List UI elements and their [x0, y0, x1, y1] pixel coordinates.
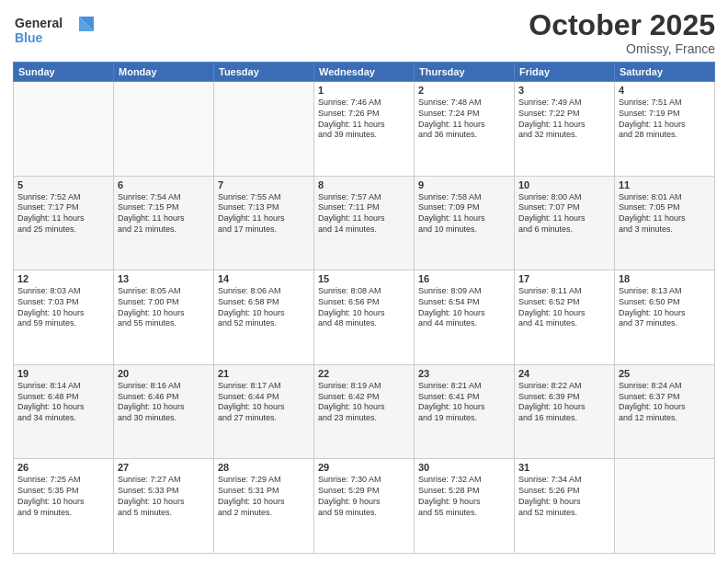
calendar-cell — [214, 82, 314, 177]
calendar-cell: 25Sunrise: 8:24 AMSunset: 6:37 PMDayligh… — [615, 364, 715, 459]
day-number: 4 — [619, 85, 711, 96]
day-info: Sunrise: 8:16 AMSunset: 6:46 PMDaylight:… — [118, 381, 210, 424]
calendar-cell: 17Sunrise: 8:11 AMSunset: 6:52 PMDayligh… — [515, 270, 615, 365]
day-info: Sunrise: 8:22 AMSunset: 6:39 PMDaylight:… — [518, 381, 610, 424]
day-info: Sunrise: 8:06 AMSunset: 6:58 PMDaylight:… — [218, 286, 310, 329]
title-area: October 2025 Omissy, France — [529, 9, 715, 56]
day-number: 30 — [418, 462, 510, 473]
calendar-cell: 7Sunrise: 7:55 AMSunset: 7:13 PMDaylight… — [214, 176, 314, 270]
day-number: 7 — [218, 179, 310, 190]
day-info: Sunrise: 7:55 AMSunset: 7:13 PMDaylight:… — [218, 192, 310, 236]
day-info: Sunrise: 8:21 AMSunset: 6:41 PMDaylight:… — [418, 381, 510, 424]
day-info: Sunrise: 8:14 AMSunset: 6:48 PMDaylight:… — [17, 381, 109, 424]
calendar-cell: 12Sunrise: 8:03 AMSunset: 7:03 PMDayligh… — [14, 270, 114, 365]
calendar-cell: 20Sunrise: 8:16 AMSunset: 6:46 PMDayligh… — [114, 364, 214, 459]
day-info: Sunrise: 7:54 AMSunset: 7:15 PMDaylight:… — [118, 192, 210, 236]
day-number: 9 — [418, 179, 510, 190]
calendar-week-row: 26Sunrise: 7:25 AMSunset: 5:35 PMDayligh… — [14, 459, 715, 554]
calendar-cell: 28Sunrise: 7:29 AMSunset: 5:31 PMDayligh… — [214, 459, 314, 554]
day-number: 13 — [118, 273, 210, 284]
day-number: 22 — [318, 368, 410, 379]
day-number: 15 — [318, 273, 410, 284]
day-number: 20 — [118, 368, 210, 379]
day-number: 31 — [518, 462, 610, 473]
day-info: Sunrise: 7:52 AMSunset: 7:17 PMDaylight:… — [17, 192, 109, 236]
header-friday: Friday — [515, 63, 615, 82]
calendar-cell — [14, 82, 114, 177]
day-number: 18 — [619, 273, 711, 284]
calendar-week-row: 1Sunrise: 7:46 AMSunset: 7:26 PMDaylight… — [14, 82, 715, 177]
calendar-cell: 31Sunrise: 7:34 AMSunset: 5:26 PMDayligh… — [515, 459, 615, 554]
day-info: Sunrise: 7:58 AMSunset: 7:09 PMDaylight:… — [418, 192, 510, 236]
day-info: Sunrise: 7:30 AMSunset: 5:29 PMDaylight:… — [318, 475, 410, 518]
calendar-week-row: 5Sunrise: 7:52 AMSunset: 7:17 PMDaylight… — [14, 176, 715, 270]
header: General Blue October 2025 Omissy, France — [13, 9, 715, 56]
calendar-cell: 23Sunrise: 8:21 AMSunset: 6:41 PMDayligh… — [415, 364, 515, 459]
day-info: Sunrise: 8:08 AMSunset: 6:56 PMDaylight:… — [318, 286, 410, 329]
header-thursday: Thursday — [415, 63, 515, 82]
day-info: Sunrise: 8:05 AMSunset: 7:00 PMDaylight:… — [118, 286, 210, 329]
day-info: Sunrise: 7:48 AMSunset: 7:24 PMDaylight:… — [418, 98, 510, 141]
day-info: Sunrise: 8:01 AMSunset: 7:05 PMDaylight:… — [619, 192, 711, 236]
calendar-title: October 2025 — [529, 9, 715, 41]
day-info: Sunrise: 7:27 AMSunset: 5:33 PMDaylight:… — [118, 475, 210, 518]
calendar-cell: 10Sunrise: 8:00 AMSunset: 7:07 PMDayligh… — [515, 176, 615, 270]
day-info: Sunrise: 7:29 AMSunset: 5:31 PMDaylight:… — [218, 475, 310, 518]
calendar-cell: 21Sunrise: 8:17 AMSunset: 6:44 PMDayligh… — [214, 364, 314, 459]
calendar-cell: 13Sunrise: 8:05 AMSunset: 7:00 PMDayligh… — [114, 270, 214, 365]
day-number: 29 — [318, 462, 410, 473]
header-sunday: Sunday — [14, 63, 114, 82]
svg-text:General: General — [15, 16, 63, 30]
day-info: Sunrise: 8:17 AMSunset: 6:44 PMDaylight:… — [218, 381, 310, 424]
day-number: 26 — [17, 462, 109, 473]
header-monday: Monday — [114, 63, 214, 82]
logo-area: General Blue — [13, 9, 96, 54]
calendar-cell: 8Sunrise: 7:57 AMSunset: 7:11 PMDaylight… — [314, 176, 415, 270]
day-info: Sunrise: 7:34 AMSunset: 5:26 PMDaylight:… — [518, 475, 610, 518]
day-number: 12 — [17, 273, 109, 284]
day-info: Sunrise: 7:25 AMSunset: 5:35 PMDaylight:… — [17, 475, 109, 518]
day-info: Sunrise: 8:11 AMSunset: 6:52 PMDaylight:… — [518, 286, 610, 329]
calendar-cell: 24Sunrise: 8:22 AMSunset: 6:39 PMDayligh… — [515, 364, 615, 459]
calendar-cell: 26Sunrise: 7:25 AMSunset: 5:35 PMDayligh… — [14, 459, 114, 554]
calendar-cell: 9Sunrise: 7:58 AMSunset: 7:09 PMDaylight… — [415, 176, 515, 270]
day-info: Sunrise: 7:32 AMSunset: 5:28 PMDaylight:… — [418, 475, 510, 518]
calendar-cell: 4Sunrise: 7:51 AMSunset: 7:19 PMDaylight… — [615, 82, 715, 177]
calendar-cell: 1Sunrise: 7:46 AMSunset: 7:26 PMDaylight… — [314, 82, 415, 177]
day-number: 2 — [418, 85, 510, 96]
day-number: 17 — [518, 273, 610, 284]
weekday-header-row: Sunday Monday Tuesday Wednesday Thursday… — [14, 63, 715, 82]
day-number: 8 — [318, 179, 410, 190]
calendar-cell — [615, 459, 715, 554]
logo: General Blue — [13, 9, 96, 54]
day-number: 27 — [118, 462, 210, 473]
day-number: 16 — [418, 273, 510, 284]
day-info: Sunrise: 8:09 AMSunset: 6:54 PMDaylight:… — [418, 286, 510, 329]
day-info: Sunrise: 7:57 AMSunset: 7:11 PMDaylight:… — [318, 192, 410, 236]
day-number: 6 — [118, 179, 210, 190]
day-info: Sunrise: 8:19 AMSunset: 6:42 PMDaylight:… — [318, 381, 410, 424]
calendar-cell: 30Sunrise: 7:32 AMSunset: 5:28 PMDayligh… — [415, 459, 515, 554]
calendar-cell: 6Sunrise: 7:54 AMSunset: 7:15 PMDaylight… — [114, 176, 214, 270]
calendar-table: Sunday Monday Tuesday Wednesday Thursday… — [13, 62, 715, 554]
day-number: 3 — [518, 85, 610, 96]
calendar-cell: 2Sunrise: 7:48 AMSunset: 7:24 PMDaylight… — [415, 82, 515, 177]
calendar-cell — [114, 82, 214, 177]
day-number: 28 — [218, 462, 310, 473]
day-info: Sunrise: 8:00 AMSunset: 7:07 PMDaylight:… — [518, 192, 610, 236]
day-info: Sunrise: 8:24 AMSunset: 6:37 PMDaylight:… — [619, 381, 711, 424]
header-saturday: Saturday — [615, 63, 715, 82]
day-info: Sunrise: 7:46 AMSunset: 7:26 PMDaylight:… — [318, 98, 410, 141]
calendar-cell: 27Sunrise: 7:27 AMSunset: 5:33 PMDayligh… — [114, 459, 214, 554]
day-number: 21 — [218, 368, 310, 379]
calendar-week-row: 19Sunrise: 8:14 AMSunset: 6:48 PMDayligh… — [14, 364, 715, 459]
day-info: Sunrise: 8:13 AMSunset: 6:50 PMDaylight:… — [619, 286, 711, 329]
day-number: 25 — [619, 368, 711, 379]
calendar-cell: 15Sunrise: 8:08 AMSunset: 6:56 PMDayligh… — [314, 270, 415, 365]
day-info: Sunrise: 7:51 AMSunset: 7:19 PMDaylight:… — [619, 98, 711, 141]
calendar-week-row: 12Sunrise: 8:03 AMSunset: 7:03 PMDayligh… — [14, 270, 715, 365]
calendar-cell: 19Sunrise: 8:14 AMSunset: 6:48 PMDayligh… — [14, 364, 114, 459]
calendar-cell: 3Sunrise: 7:49 AMSunset: 7:22 PMDaylight… — [515, 82, 615, 177]
day-number: 10 — [518, 179, 610, 190]
day-number: 11 — [619, 179, 711, 190]
